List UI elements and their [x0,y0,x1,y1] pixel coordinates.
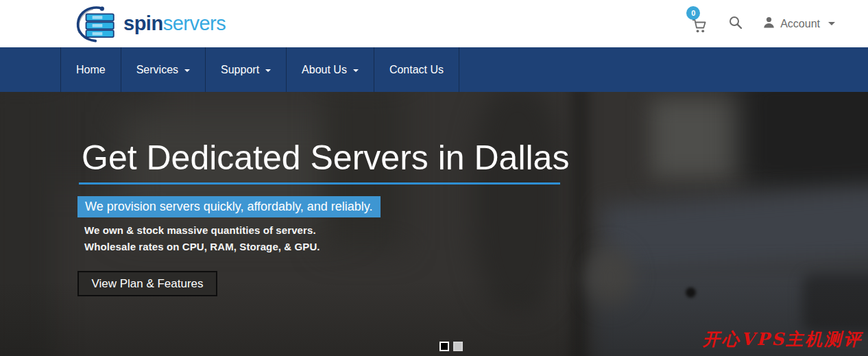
nav-label: Contact Us [389,64,444,76]
main-nav: Home Services Support About Us Contact U… [0,47,868,92]
brand-wordmark: spinservers [123,14,226,34]
background-shape [737,92,868,195]
nav-item-services[interactable]: Services [121,47,205,92]
chevron-down-icon [828,22,835,25]
account-label: Account [780,18,820,30]
cart-count-badge: 0 [686,6,700,20]
server-stack-swoosh-icon [75,5,119,43]
chevron-down-icon [184,69,190,72]
account-menu[interactable]: Account [763,16,835,31]
search-icon [729,16,743,32]
title-underline [79,182,560,185]
view-plans-button[interactable]: View Plan & Features [77,271,217,296]
nav-item-support[interactable]: Support [205,47,286,92]
carousel-dot-2[interactable] [453,342,463,351]
background-shape [473,92,562,311]
header-actions: 0 [692,12,835,36]
hero-tagline: We provision servers quickly, affordably… [77,196,381,217]
background-shape [601,185,868,281]
nav-item-about-us[interactable]: About Us [286,47,374,92]
hero-banner: Get Dedicated Servers in Dallas We provi… [0,92,868,356]
user-icon [763,16,775,31]
brand-light: servers [163,12,226,34]
nav-label: About Us [302,64,347,76]
brand-bold: spin [123,12,163,34]
page: spinservers 0 [0,0,868,356]
chevron-down-icon [353,69,359,72]
nav-label: Support [221,64,259,76]
top-header: spinservers 0 [0,0,868,47]
carousel-dot-1[interactable] [439,342,449,351]
chevron-down-icon [265,69,271,72]
watermark-text: 开心VPS主机测评 [703,328,863,351]
hero-subtext-2: Wholesale rates on CPU, RAM, Storage, & … [84,241,320,252]
carousel-indicators [439,342,463,351]
cart-button[interactable]: 0 [692,12,708,36]
nav-item-home[interactable]: Home [60,47,121,92]
hero-subtext-1: We own & stock massive quantities of ser… [84,224,316,236]
nav-item-contact-us[interactable]: Contact Us [374,47,459,92]
nav-label: Services [136,64,178,76]
hero-title: Get Dedicated Servers in Dallas [82,137,569,178]
logo[interactable]: spinservers [75,5,226,43]
nav-label: Home [76,64,106,76]
search-button[interactable] [729,16,743,32]
cart-icon [692,24,708,36]
